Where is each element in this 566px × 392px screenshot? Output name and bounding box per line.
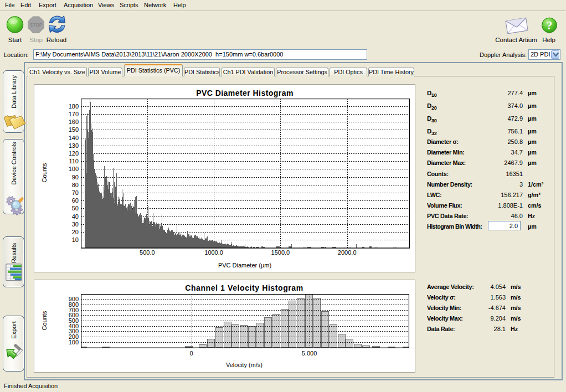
svg-text:STOP: STOP bbox=[30, 22, 43, 28]
svg-text:?: ? bbox=[547, 19, 553, 32]
